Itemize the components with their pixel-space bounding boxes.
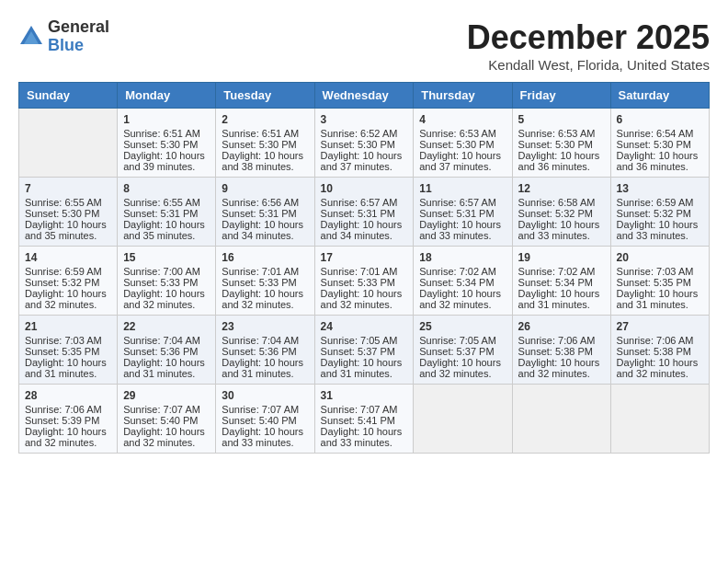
- day-info: and 35 minutes.: [123, 230, 210, 241]
- calendar-cell: 18Sunrise: 7:02 AMSunset: 5:34 PMDayligh…: [414, 247, 512, 316]
- day-info: Sunrise: 7:04 AM: [222, 335, 308, 346]
- calendar-week-4: 21Sunrise: 7:03 AMSunset: 5:35 PMDayligh…: [19, 316, 710, 385]
- day-info: Sunrise: 7:06 AM: [25, 404, 111, 415]
- calendar-cell: [414, 385, 512, 454]
- day-info: Sunset: 5:30 PM: [222, 139, 308, 150]
- calendar-cell: 7Sunrise: 6:55 AMSunset: 5:30 PMDaylight…: [19, 178, 118, 247]
- day-info: Sunset: 5:32 PM: [25, 277, 111, 288]
- day-number: 25: [419, 320, 506, 333]
- day-info: and 33 minutes.: [419, 230, 506, 241]
- day-info: Daylight: 10 hours: [419, 288, 506, 299]
- day-info: Sunrise: 7:05 AM: [321, 335, 408, 346]
- day-number: 3: [321, 113, 408, 126]
- day-number: 26: [518, 320, 605, 333]
- logo: General Blue: [18, 18, 109, 55]
- day-number: 11: [419, 182, 506, 195]
- day-info: and 32 minutes.: [518, 368, 605, 379]
- day-number: 9: [222, 182, 308, 195]
- day-info: Sunset: 5:39 PM: [25, 415, 111, 426]
- day-info: Sunrise: 7:07 AM: [321, 404, 408, 415]
- day-info: Sunrise: 7:03 AM: [25, 335, 111, 346]
- day-info: Sunset: 5:34 PM: [518, 277, 605, 288]
- day-info: Sunrise: 6:56 AM: [222, 197, 308, 208]
- day-info: Sunrise: 6:59 AM: [617, 197, 703, 208]
- day-info: Sunset: 5:30 PM: [419, 139, 506, 150]
- day-info: and 31 minutes.: [123, 368, 210, 379]
- calendar-cell: 10Sunrise: 6:57 AMSunset: 5:31 PMDayligh…: [314, 178, 414, 247]
- day-info: Sunset: 5:35 PM: [25, 346, 111, 357]
- day-info: Sunrise: 7:07 AM: [222, 404, 308, 415]
- logo-text: General Blue: [48, 18, 109, 55]
- calendar-cell: 15Sunrise: 7:00 AMSunset: 5:33 PMDayligh…: [118, 247, 216, 316]
- day-info: Sunrise: 6:52 AM: [321, 128, 408, 139]
- day-info: Sunrise: 7:06 AM: [518, 335, 605, 346]
- day-info: and 33 minutes.: [222, 437, 308, 448]
- calendar-cell: 22Sunrise: 7:04 AMSunset: 5:36 PMDayligh…: [118, 316, 216, 385]
- day-info: and 32 minutes.: [321, 299, 408, 310]
- day-info: and 36 minutes.: [518, 161, 605, 172]
- day-info: Sunrise: 6:51 AM: [123, 128, 210, 139]
- day-info: Sunrise: 6:53 AM: [419, 128, 506, 139]
- day-info: Sunrise: 6:55 AM: [25, 197, 111, 208]
- day-info: Daylight: 10 hours: [222, 150, 308, 161]
- day-number: 2: [222, 113, 308, 126]
- calendar-cell: 21Sunrise: 7:03 AMSunset: 5:35 PMDayligh…: [19, 316, 118, 385]
- day-info: and 35 minutes.: [25, 230, 111, 241]
- calendar-cell: 26Sunrise: 7:06 AMSunset: 5:38 PMDayligh…: [512, 316, 610, 385]
- day-number: 17: [321, 251, 408, 264]
- calendar-cell: 23Sunrise: 7:04 AMSunset: 5:36 PMDayligh…: [216, 316, 314, 385]
- day-number: 10: [321, 182, 408, 195]
- day-info: Sunrise: 6:59 AM: [25, 266, 111, 277]
- calendar-cell: 13Sunrise: 6:59 AMSunset: 5:32 PMDayligh…: [610, 178, 709, 247]
- day-info: Daylight: 10 hours: [25, 426, 111, 437]
- day-info: and 34 minutes.: [321, 230, 408, 241]
- day-info: Sunset: 5:33 PM: [222, 277, 308, 288]
- calendar-cell: 24Sunrise: 7:05 AMSunset: 5:37 PMDayligh…: [314, 316, 414, 385]
- day-info: and 32 minutes.: [419, 368, 506, 379]
- day-info: Sunrise: 6:57 AM: [321, 197, 408, 208]
- calendar-cell: 4Sunrise: 6:53 AMSunset: 5:30 PMDaylight…: [414, 109, 512, 178]
- day-info: Sunset: 5:33 PM: [321, 277, 408, 288]
- day-info: Daylight: 10 hours: [617, 150, 703, 161]
- day-info: Sunset: 5:37 PM: [321, 346, 408, 357]
- day-info: Daylight: 10 hours: [123, 288, 210, 299]
- day-info: and 32 minutes.: [25, 437, 111, 448]
- day-info: Daylight: 10 hours: [123, 219, 210, 230]
- day-info: Sunset: 5:31 PM: [321, 208, 408, 219]
- calendar-cell: 19Sunrise: 7:02 AMSunset: 5:34 PMDayligh…: [512, 247, 610, 316]
- day-number: 24: [321, 320, 408, 333]
- day-info: and 32 minutes.: [419, 299, 506, 310]
- calendar-cell: 14Sunrise: 6:59 AMSunset: 5:32 PMDayligh…: [19, 247, 118, 316]
- day-info: Sunset: 5:31 PM: [123, 208, 210, 219]
- day-info: and 37 minutes.: [321, 161, 408, 172]
- calendar-cell: 8Sunrise: 6:55 AMSunset: 5:31 PMDaylight…: [118, 178, 216, 247]
- day-info: Daylight: 10 hours: [123, 150, 210, 161]
- day-info: Sunrise: 6:57 AM: [419, 197, 506, 208]
- day-number: 16: [222, 251, 308, 264]
- day-info: Sunrise: 6:58 AM: [518, 197, 605, 208]
- calendar-cell: 1Sunrise: 6:51 AMSunset: 5:30 PMDaylight…: [118, 109, 216, 178]
- day-info: Sunset: 5:33 PM: [123, 277, 210, 288]
- location: Kendall West, Florida, United States: [467, 57, 710, 73]
- day-number: 13: [617, 182, 703, 195]
- day-info: Sunrise: 7:00 AM: [123, 266, 210, 277]
- day-info: Sunrise: 7:07 AM: [123, 404, 210, 415]
- day-info: Sunset: 5:31 PM: [419, 208, 506, 219]
- day-number: 7: [25, 182, 111, 195]
- calendar-cell: 12Sunrise: 6:58 AMSunset: 5:32 PMDayligh…: [512, 178, 610, 247]
- day-info: Daylight: 10 hours: [617, 219, 703, 230]
- day-info: and 38 minutes.: [222, 161, 308, 172]
- day-number: 31: [321, 389, 408, 402]
- calendar-header-row: SundayMondayTuesdayWednesdayThursdayFrid…: [19, 83, 710, 109]
- day-number: 15: [123, 251, 210, 264]
- logo-icon: [18, 24, 44, 50]
- calendar-header-tuesday: Tuesday: [216, 83, 314, 109]
- day-info: Sunset: 5:35 PM: [617, 277, 703, 288]
- day-info: Sunrise: 6:54 AM: [617, 128, 703, 139]
- day-info: Daylight: 10 hours: [123, 426, 210, 437]
- day-number: 22: [123, 320, 210, 333]
- day-info: and 31 minutes.: [222, 368, 308, 379]
- calendar-cell: 29Sunrise: 7:07 AMSunset: 5:40 PMDayligh…: [118, 385, 216, 454]
- day-info: Daylight: 10 hours: [419, 150, 506, 161]
- calendar-cell: 2Sunrise: 6:51 AMSunset: 5:30 PMDaylight…: [216, 109, 314, 178]
